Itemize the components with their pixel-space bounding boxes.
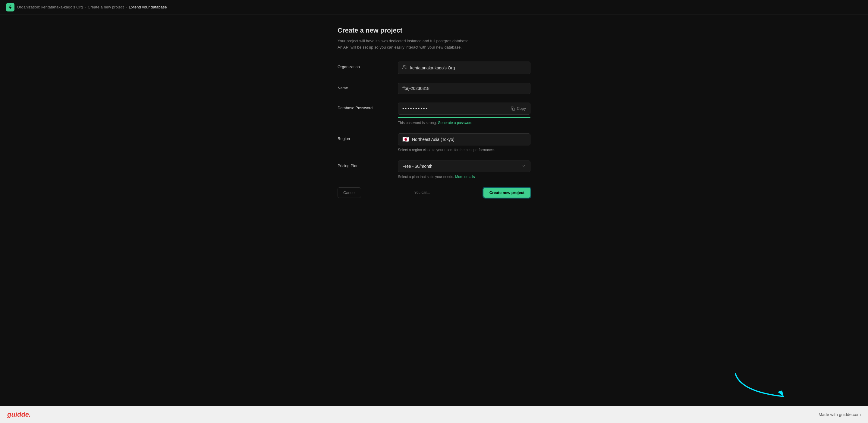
password-field-wrapper: •••••••••• Copy This passwo xyxy=(398,103,530,125)
name-label: Name xyxy=(338,83,386,90)
pricing-field-wrapper: Free - $0/month Select a plan that suits… xyxy=(398,161,530,179)
organization-section: Organization kentatanaka-kago's Org xyxy=(338,61,530,74)
pricing-chevron-icon xyxy=(522,164,526,169)
password-input-wrapper: •••••••••• Copy xyxy=(398,103,530,115)
guidde-logo: guidde. xyxy=(7,411,31,419)
copy-label: Copy xyxy=(517,106,526,111)
breadcrumb-sep-2: › xyxy=(126,5,127,9)
form-container: Create a new project Your project will h… xyxy=(332,27,536,204)
svg-point-0 xyxy=(403,65,405,67)
guidde-bar: guidde. Made with guidde.com xyxy=(0,406,868,423)
actions-hint: You can... xyxy=(414,190,430,195)
breadcrumb-extend: Extend your database xyxy=(129,5,167,9)
breadcrumb-create[interactable]: Create a new project xyxy=(88,5,124,9)
copy-password-button[interactable]: Copy xyxy=(511,106,526,111)
form-actions: Cancel You can... Create new project xyxy=(338,187,530,204)
pricing-input[interactable]: Free - $0/month xyxy=(398,161,530,172)
supabase-logo[interactable] xyxy=(6,3,14,11)
organization-value: kentatanaka-kago's Org xyxy=(410,65,455,70)
password-strength-bar xyxy=(398,117,530,118)
organization-field-wrapper: kentatanaka-kago's Org xyxy=(398,61,530,74)
password-dots: •••••••••• xyxy=(402,106,428,111)
page-description: Your project will have its own dedicated… xyxy=(338,38,530,51)
region-value: Northeast Asia (Tokyo) xyxy=(412,137,455,142)
region-section: Region 🇯🇵 Northeast Asia (Tokyo) Select … xyxy=(338,133,530,152)
password-label: Database Password xyxy=(338,103,386,110)
guidde-credit: Made with guidde.com xyxy=(818,412,861,417)
region-field-wrapper: 🇯🇵 Northeast Asia (Tokyo) Select a regio… xyxy=(398,133,530,152)
generate-password-link[interactable]: Generate a password xyxy=(438,121,472,125)
svg-rect-1 xyxy=(513,108,515,110)
organization-icon xyxy=(402,65,407,71)
password-hint: This password is strong. Generate a pass… xyxy=(398,121,530,125)
region-flag: 🇯🇵 xyxy=(402,137,409,142)
breadcrumb-sep-1: › xyxy=(85,5,86,9)
create-project-button[interactable]: Create new project xyxy=(484,188,530,198)
name-field-wrapper xyxy=(398,83,530,94)
region-label: Region xyxy=(338,133,386,141)
pricing-value: Free - $0/month xyxy=(402,164,433,169)
top-navigation: Organization: kentatanaka-kago's Org › C… xyxy=(0,0,868,15)
pricing-section: Pricing Plan Free - $0/month Select a pl… xyxy=(338,161,530,179)
pricing-label: Pricing Plan xyxy=(338,161,386,168)
name-section: Name xyxy=(338,83,530,94)
pricing-hint: Select a plan that suits your needs. Mor… xyxy=(398,175,530,179)
password-strength-fill xyxy=(398,117,530,118)
organization-label: Organization xyxy=(338,61,386,69)
breadcrumb: Organization: kentatanaka-kago's Org › C… xyxy=(17,5,167,9)
cancel-button[interactable]: Cancel xyxy=(338,187,361,198)
region-input[interactable]: 🇯🇵 Northeast Asia (Tokyo) xyxy=(398,133,530,145)
breadcrumb-org[interactable]: Organization: kentatanaka-kago's Org xyxy=(17,5,83,9)
password-section: Database Password •••••••••• Copy xyxy=(338,103,530,125)
organization-input[interactable]: kentatanaka-kago's Org xyxy=(398,61,530,74)
main-content: Create a new project Your project will h… xyxy=(0,15,868,406)
more-details-link[interactable]: More details xyxy=(455,175,475,179)
region-hint: Select a region close to your users for … xyxy=(398,148,530,152)
name-input[interactable] xyxy=(398,83,530,94)
page-title: Create a new project xyxy=(338,27,530,34)
